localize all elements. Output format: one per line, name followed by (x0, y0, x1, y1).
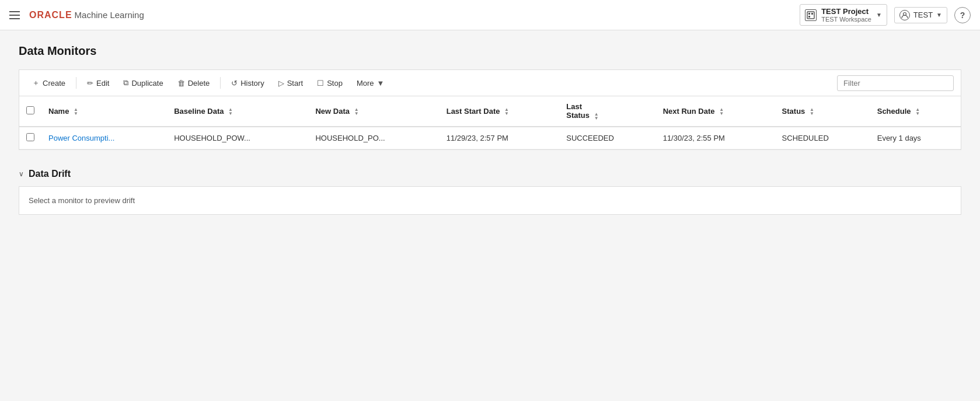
select-all-checkbox[interactable] (26, 106, 34, 114)
row-last-start-date: 11/29/23, 2:57 PM (440, 127, 560, 149)
row-schedule: Every 1 days (870, 127, 961, 149)
sort-name-icon: ▲▼ (74, 107, 78, 116)
help-icon: ? (960, 11, 965, 20)
svg-rect-0 (807, 12, 814, 19)
help-button[interactable]: ? (954, 7, 971, 23)
delete-label: Delete (188, 79, 210, 88)
col-header-status[interactable]: Status ▲▼ (775, 96, 870, 127)
logo-oracle-text: ORACLE (29, 10, 72, 20)
row-last-status: SUCCEEDED (559, 127, 655, 149)
history-label: History (240, 79, 264, 88)
select-all-header (19, 96, 41, 127)
svg-rect-2 (811, 13, 813, 15)
edit-label: Edit (96, 79, 109, 88)
edit-button[interactable]: ✏ Edit (81, 76, 115, 90)
delete-button[interactable]: 🗑 Delete (172, 76, 216, 90)
stop-button[interactable]: ☐ Stop (311, 76, 348, 90)
row-next-run-date: 11/30/23, 2:55 PM (656, 127, 775, 149)
sort-last-start-icon: ▲▼ (504, 107, 509, 116)
row-baseline-data: HOUSEHOLD_POW... (167, 127, 308, 149)
data-drift-header: ∨ Data Drift (19, 169, 961, 179)
row-checkbox[interactable] (26, 133, 34, 141)
data-drift-title: Data Drift (29, 169, 71, 179)
start-button[interactable]: ▷ Start (273, 76, 309, 90)
header-left: ORACLE Machine Learning (9, 10, 144, 20)
toolbar-divider-1 (76, 77, 76, 89)
logo: ORACLE Machine Learning (29, 10, 144, 20)
hamburger-menu-button[interactable] (9, 11, 20, 19)
svg-rect-3 (808, 16, 810, 18)
table-row: Power Consumpti... HOUSEHOLD_POW... HOUS… (19, 127, 961, 149)
more-label: More (357, 79, 374, 88)
create-icon: ＋ (32, 78, 40, 88)
col-header-last-status[interactable]: LastStatus ▲▼ (559, 96, 655, 127)
stop-label: Stop (327, 79, 343, 88)
header-right: TEST Project TEST Workspace ▼ TEST ▼ ? (800, 4, 971, 26)
sort-status-icon: ▲▼ (810, 107, 814, 116)
project-icon (805, 9, 817, 21)
logo-ml-text: Machine Learning (75, 10, 144, 20)
row-status: SCHEDULED (775, 127, 870, 149)
table-header-row: Name ▲▼ Baseline Data ▲▼ New Data ▲▼ Las… (19, 96, 961, 127)
app-header: ORACLE Machine Learning TEST Project TES… (0, 0, 980, 30)
data-drift-body-text: Select a monitor to preview drift (29, 196, 135, 205)
history-icon: ↺ (231, 79, 238, 88)
duplicate-label: Duplicate (131, 79, 163, 88)
start-label: Start (287, 79, 303, 88)
toolbar: ＋ Create ✏ Edit ⧉ Duplicate 🗑 Delete ↺ H… (19, 69, 961, 96)
sort-new-data-icon: ▲▼ (354, 107, 359, 116)
col-header-baseline-data[interactable]: Baseline Data ▲▼ (167, 96, 308, 127)
user-name-label: TEST (913, 11, 933, 19)
data-drift-section: ∨ Data Drift Select a monitor to preview… (19, 169, 961, 215)
col-header-name[interactable]: Name ▲▼ (41, 96, 167, 127)
create-button[interactable]: ＋ Create (26, 75, 71, 91)
project-name: TEST Project (821, 7, 871, 16)
user-chevron-icon: ▼ (936, 12, 942, 18)
sort-baseline-icon: ▲▼ (228, 107, 233, 116)
stop-icon: ☐ (317, 79, 324, 88)
main-content: Data Monitors ＋ Create ✏ Edit ⧉ Duplicat… (0, 30, 980, 401)
row-name-link[interactable]: Power Consumpti... (48, 134, 114, 142)
delete-icon: 🗑 (177, 79, 185, 88)
user-selector[interactable]: TEST ▼ (894, 7, 947, 23)
col-header-new-data[interactable]: New Data ▲▼ (308, 96, 439, 127)
more-button[interactable]: More ▼ (351, 76, 390, 90)
project-selector[interactable]: TEST Project TEST Workspace ▼ (800, 4, 887, 26)
edit-icon: ✏ (87, 79, 93, 88)
duplicate-icon: ⧉ (123, 78, 128, 88)
page-title: Data Monitors (19, 44, 961, 58)
sort-last-status-icon: ▲▼ (594, 112, 599, 120)
project-chevron-icon: ▼ (876, 12, 882, 18)
project-workspace: TEST Workspace (821, 16, 871, 23)
row-checkbox-cell (19, 127, 41, 149)
toolbar-divider-2 (220, 77, 221, 89)
col-header-next-run-date[interactable]: Next Run Date ▲▼ (656, 96, 775, 127)
svg-rect-1 (808, 13, 810, 15)
data-monitors-table: Name ▲▼ Baseline Data ▲▼ New Data ▲▼ Las… (19, 96, 961, 150)
row-new-data: HOUSEHOLD_PO... (308, 127, 439, 149)
row-name: Power Consumpti... (41, 127, 167, 149)
create-label: Create (43, 79, 65, 88)
sort-schedule-icon: ▲▼ (915, 107, 920, 116)
history-button[interactable]: ↺ History (225, 76, 270, 90)
project-text: TEST Project TEST Workspace (821, 7, 871, 23)
more-chevron-icon: ▼ (377, 79, 385, 88)
sort-next-run-icon: ▲▼ (719, 107, 724, 116)
data-drift-body: Select a monitor to preview drift (19, 186, 961, 215)
col-header-schedule[interactable]: Schedule ▲▼ (870, 96, 961, 127)
duplicate-button[interactable]: ⧉ Duplicate (117, 75, 169, 90)
collapse-icon[interactable]: ∨ (19, 170, 24, 178)
col-header-last-start-date[interactable]: Last Start Date ▲▼ (440, 96, 560, 127)
user-avatar-icon (899, 10, 910, 20)
filter-input[interactable] (837, 75, 954, 91)
start-icon: ▷ (278, 79, 284, 88)
